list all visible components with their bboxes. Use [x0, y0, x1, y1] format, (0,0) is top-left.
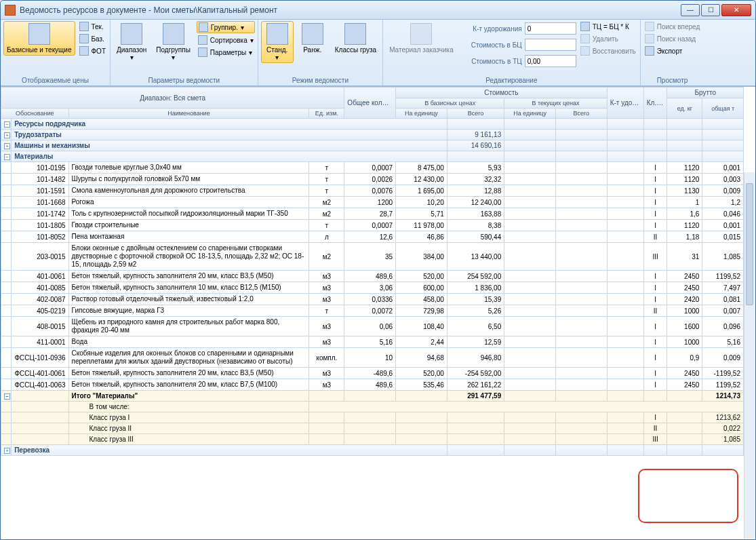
cost-tc-input[interactable]	[525, 55, 576, 67]
group-label: Редактирование	[386, 75, 637, 85]
close-button[interactable]: ✕	[721, 4, 751, 16]
group-row[interactable]: + Машины и механизмы 14 690,16	[1, 140, 744, 151]
app-icon	[5, 5, 16, 16]
tc-bc-k-item[interactable]: ТЦ = БЦ * К	[579, 21, 637, 32]
cost-bc-label: Стоимость в БЦ	[460, 41, 522, 49]
kudor-header: К-т удор. ТЦ=БЦ*К	[607, 88, 643, 119]
price-baz-item[interactable]: Баз.	[78, 33, 108, 44]
table-row[interactable]: 203-0015Блоки оконные с двойным остеклен…	[1, 243, 744, 271]
resource-table[interactable]: Диапазон: Вся смета Общее количество Сто…	[1, 87, 744, 456]
table-row[interactable]: ФСCЦ-101-0936Скобяные изделия для оконны…	[1, 348, 744, 368]
search-back-icon	[645, 34, 654, 43]
price-tek-item[interactable]: Тек.	[78, 21, 108, 32]
table-row[interactable]: 101-1742Толь с крупнозернистой посыпкой …	[1, 208, 744, 220]
pu-cur-header: На единицу	[504, 109, 556, 119]
delete-icon	[580, 34, 590, 43]
export-icon	[645, 46, 654, 56]
titlebar: Ведомость ресурсов в документе - Мои сме…	[1, 1, 755, 20]
search-fwd-icon	[645, 22, 654, 31]
vertical-scrollbar[interactable]	[744, 172, 755, 539]
range-icon	[121, 23, 142, 45]
cost-header: Стоимость	[396, 88, 608, 98]
table-row[interactable]: 405-0219Гипсовые вяжущие, марка Г3т 0,00…	[1, 305, 744, 317]
standard-icon	[266, 23, 288, 45]
table-row[interactable]: 408-0015Щебень из природного камня для с…	[1, 317, 744, 336]
export-item[interactable]: Экспорт	[643, 45, 702, 56]
brutto-header: Брутто	[667, 88, 744, 98]
table-row[interactable]: 402-0087Раствор готовый отделочный тяжел…	[1, 294, 744, 305]
total-cur-header: Всего	[555, 109, 607, 119]
total-base-header: Всего	[447, 109, 504, 119]
subgroups-icon	[163, 23, 184, 45]
price-fot-item[interactable]: ФОТ	[78, 45, 108, 56]
table-row[interactable]: 401-0061Бетон тяжелый, крупность заполни…	[1, 271, 744, 282]
sorting-icon	[198, 35, 207, 45]
ribbon: Базисные и текущие Тек. Баз. ФОТ Отображ…	[1, 20, 755, 86]
customer-material-button: Материал заказчика	[386, 21, 457, 56]
mode-standard-button[interactable]: Станд.▾	[261, 21, 294, 63]
cost-bc-input[interactable]	[525, 39, 576, 51]
table-row[interactable]: 401-0085Бетон тяжелый, крупность заполни…	[1, 282, 744, 294]
table-row[interactable]: 101-0195Гвозди толевые круглые 3,0х40 мм…	[1, 162, 744, 174]
grouping-item[interactable]: Группир. ▾	[197, 21, 255, 33]
range-button[interactable]: Диапазон▾	[113, 21, 150, 63]
params-item[interactable]: Параметры ▾	[197, 47, 255, 58]
baz-icon	[79, 34, 89, 43]
table-row[interactable]: 101-1805Гвозди строительныет 0,000711 97…	[1, 220, 744, 231]
table-row[interactable]: 101-1482Шурупы с полукруглой головкой 5х…	[1, 174, 744, 185]
group-row[interactable]: − Материалы	[1, 151, 744, 162]
base-header: В базисных ценах	[396, 98, 504, 109]
kudor-input[interactable]	[525, 22, 576, 35]
table-row[interactable]: ФСCЦ-401-0061Бетон тяжелый, крупность за…	[1, 368, 744, 379]
kudor-label: К-т удорожания	[460, 25, 522, 33]
group-label: Отображаемые цены	[3, 75, 107, 85]
cur-header: В текущих ценах	[504, 98, 607, 109]
edkg-header: ед. кг	[667, 98, 702, 119]
group-row[interactable]: + Перевозка	[1, 445, 744, 456]
cargo-icon	[344, 23, 366, 45]
sub-row[interactable]: Класс груза II II0,022	[1, 423, 744, 434]
range-header: Диапазон: Вся смета	[1, 88, 344, 109]
table-row[interactable]: 101-8052Пена монтажнаял 12,646,86590,44 …	[1, 231, 744, 243]
sub-row[interactable]: Класс груза III III1,085	[1, 434, 744, 445]
material-icon	[410, 23, 432, 45]
maximize-button[interactable]: ☐	[701, 4, 720, 16]
group-row[interactable]: − Ресурсы подрядчика	[1, 119, 744, 130]
klgr-header: Кл. гру-за	[643, 88, 667, 119]
restore-icon	[580, 46, 590, 56]
cost-tc-label: Стоимость в ТЦ	[460, 58, 522, 65]
group-label: Параметры ведомости	[113, 75, 255, 85]
restore-item: Восстановить	[579, 45, 637, 56]
totals-row[interactable]: − Итого "Материалы" 291 477,591214,73	[1, 391, 744, 402]
obos-header: Обоснование	[1, 109, 69, 119]
prices-basic-current-button[interactable]: Базисные и текущие	[3, 21, 75, 56]
ranged-icon	[302, 23, 323, 45]
table-row[interactable]: ФСCЦ-401-0063Бетон тяжелый, крупность за…	[1, 379, 744, 391]
table-row[interactable]: 101-1591Смола каменноугольная для дорожн…	[1, 185, 744, 197]
table-row[interactable]: 411-0001Водам3 5,162,4412,59 I10005,16	[1, 336, 744, 348]
window-title: Ведомость ресурсов в документе - Мои сме…	[20, 5, 681, 15]
scrollbar-thumb[interactable]	[746, 183, 753, 305]
sub-row[interactable]: Класс груза I I1213,62	[1, 412, 744, 423]
qty-header: Общее количество	[344, 88, 396, 119]
pu-base-header: На единицу	[396, 109, 447, 119]
grouping-icon	[199, 22, 208, 32]
tek-icon	[79, 22, 89, 31]
fot-icon	[79, 46, 89, 56]
group-label: Режим ведомости	[261, 75, 380, 85]
params-icon	[198, 47, 207, 57]
sorting-item[interactable]: Сортировка ▾	[197, 35, 255, 45]
cargo-classes-button[interactable]: Классы груза	[332, 21, 380, 56]
table-row[interactable]: 101-1668Рогожам2 120010,2012 240,00 I11,…	[1, 197, 744, 208]
ed-header: Ед. изм.	[309, 109, 344, 119]
sub-header-row: В том числе:	[1, 402, 744, 412]
search-backward-item: Поиск назад	[643, 33, 702, 44]
group-row[interactable]: + Трудозатраты 9 161,13	[1, 130, 744, 140]
formula-icon	[580, 22, 590, 31]
prices-icon	[28, 23, 50, 45]
search-forward-item: Поиск вперед	[643, 21, 702, 32]
mode-ranged-button[interactable]: Ранж.	[296, 21, 329, 56]
minimize-button[interactable]: —	[681, 4, 700, 16]
subgroups-button[interactable]: Подгруппы▾	[153, 21, 193, 63]
group-label: Просмотр	[643, 75, 702, 85]
